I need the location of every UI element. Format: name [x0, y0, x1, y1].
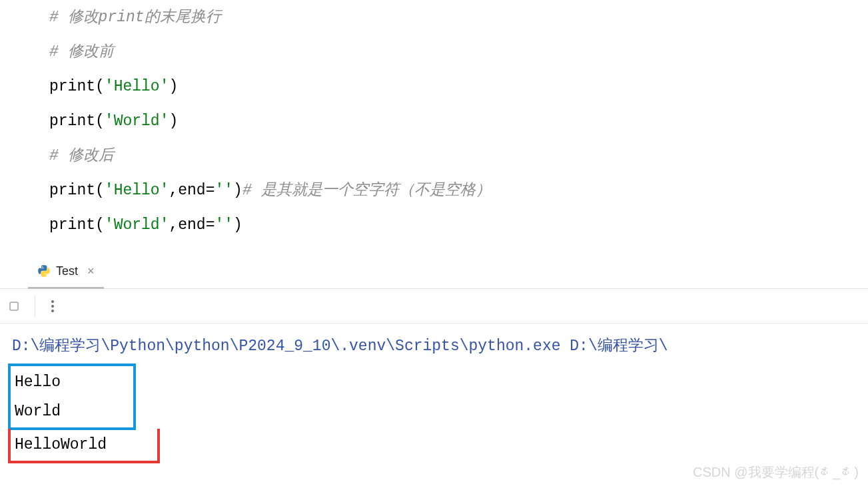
comment-text: # 修改前	[49, 43, 114, 61]
output-line: HelloWorld	[15, 430, 151, 459]
console-toolbar	[0, 289, 868, 324]
func-print: print	[49, 182, 95, 199]
toolbar-divider	[35, 296, 35, 317]
code-line-3[interactable]: print('Hello')	[49, 69, 868, 104]
python-icon	[37, 264, 51, 278]
stop-button-icon[interactable]	[9, 302, 19, 311]
comment-text: # 是其就是一个空字符（不是空格）	[242, 182, 491, 199]
string-literal: 'Hello'	[105, 182, 169, 199]
code-editor[interactable]: # 修改print的末尾换行 # 修改前 print('Hello') prin…	[0, 0, 868, 256]
comment-text: # 修改print的末尾换行	[49, 9, 221, 26]
func-print: print	[49, 78, 95, 95]
tab-label: Test	[56, 264, 78, 278]
code-line-1[interactable]: # 修改print的末尾换行	[49, 0, 868, 35]
console-command-path: D:\编程学习\Python\python\P2024_9_10\.venv\S…	[12, 332, 856, 361]
code-line-6[interactable]: print('Hello',end='')# 是其就是一个空字符（不是空格）	[49, 173, 868, 208]
code-line-5[interactable]: # 修改后	[49, 138, 868, 173]
run-tab-bar: Test ×	[0, 256, 868, 289]
output-highlight-before: Hello World	[8, 364, 136, 430]
code-line-4[interactable]: print('World')	[49, 104, 868, 138]
code-line-2[interactable]: # 修改前	[49, 35, 868, 69]
code-line-7[interactable]: print('World',end='')	[49, 208, 868, 242]
comment-text: # 修改后	[49, 147, 114, 164]
string-literal: ''	[215, 182, 234, 199]
output-line: Hello	[15, 367, 127, 397]
output-line: World	[15, 397, 127, 426]
console-output[interactable]: D:\编程学习\Python\python\P2024_9_10\.venv\S…	[0, 324, 868, 471]
string-literal: 'Hello'	[105, 78, 169, 95]
kwarg-end: end	[178, 216, 205, 234]
close-icon[interactable]: ×	[87, 264, 95, 278]
func-print: print	[49, 216, 95, 234]
more-options-icon[interactable]	[51, 300, 54, 312]
string-literal: 'World'	[105, 216, 169, 234]
output-highlight-after: HelloWorld	[8, 429, 160, 463]
func-print: print	[49, 113, 95, 130]
run-tab-test[interactable]: Test ×	[28, 256, 104, 289]
string-literal: 'World'	[105, 113, 169, 130]
string-literal: ''	[215, 216, 234, 234]
kwarg-end: end	[178, 182, 205, 199]
